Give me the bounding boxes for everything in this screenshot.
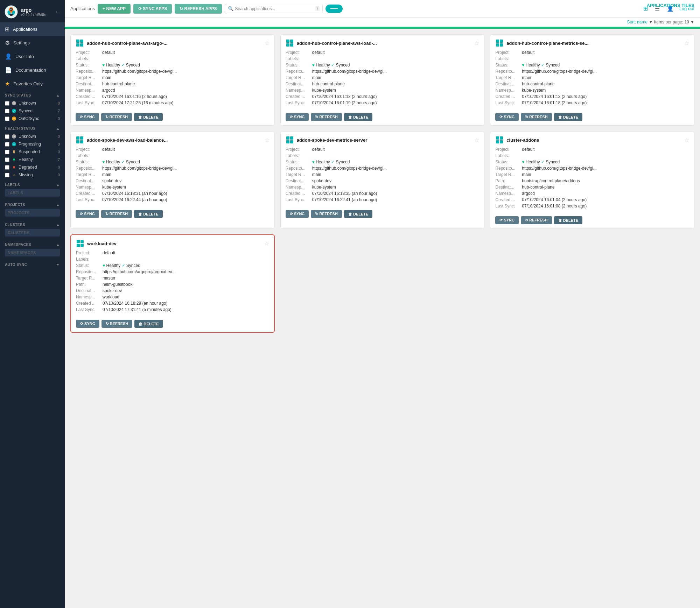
user-icon: 👤 bbox=[5, 53, 12, 60]
delete-button[interactable]: 🗑 DELETE bbox=[134, 210, 162, 218]
svg-rect-13 bbox=[290, 40, 293, 43]
star-icon[interactable]: ☆ bbox=[264, 240, 269, 247]
card-status-row: Status: ♥ Healthy ✓ Synced bbox=[76, 262, 269, 269]
star-icon[interactable]: ☆ bbox=[265, 137, 270, 143]
star-icon[interactable]: ☆ bbox=[474, 137, 479, 143]
refresh-button[interactable]: ↻ REFRESH bbox=[311, 113, 342, 121]
card-header: addon-hub-control-plane-aws-load-... ☆ bbox=[281, 35, 484, 49]
sync-apps-button[interactable]: ⟳ SYNC APPS bbox=[133, 4, 172, 14]
sync-button[interactable]: ⟳ SYNC bbox=[495, 113, 519, 121]
sync-filter-synced[interactable]: ✓ Synced 7 bbox=[5, 107, 60, 115]
labels-filter-input[interactable] bbox=[5, 189, 60, 197]
health-filter-unknown[interactable]: ? Unknown 0 bbox=[5, 133, 60, 140]
card-target-row: Target R... main bbox=[286, 75, 479, 81]
sidebar-item-userinfo[interactable]: 👤 User Info bbox=[0, 50, 65, 63]
refresh-button[interactable]: ↻ REFRESH bbox=[521, 216, 552, 224]
card-repo-label: Reposito... bbox=[495, 69, 520, 74]
refresh-button[interactable]: ↻ REFRESH bbox=[101, 113, 132, 121]
card-status-label: Status: bbox=[76, 160, 100, 164]
card-created-label: Created ... bbox=[286, 191, 310, 196]
sync-icon: ✓ bbox=[331, 160, 335, 164]
doc-icon: 📄 bbox=[5, 67, 12, 73]
card-repo-row: Reposito... https://github.com/gitops-br… bbox=[76, 68, 270, 75]
health-filter-healthy[interactable]: ♥ Healthy 7 bbox=[5, 156, 60, 163]
new-app-button[interactable]: + NEW APP bbox=[98, 4, 131, 14]
delete-button[interactable]: 🗑 DELETE bbox=[554, 113, 582, 121]
sync-filter-outofsync[interactable]: ↑ OutOfSync 0 bbox=[5, 115, 60, 122]
sync-button[interactable]: ⟳ SYNC bbox=[76, 113, 99, 121]
health-status: Healthy bbox=[526, 63, 541, 68]
svg-rect-34 bbox=[77, 244, 80, 247]
card-dest-label: Destinat... bbox=[286, 178, 310, 183]
health-filter-progressing[interactable]: ○ Progressing 0 bbox=[5, 140, 60, 148]
card-namespace-row: Namesp... kube-system bbox=[76, 184, 270, 190]
card-namespace-label: Namesp... bbox=[76, 185, 100, 190]
sync-button[interactable]: ⟳ SYNC bbox=[76, 320, 99, 328]
card-status-value: ♥ Healthy ✓ Synced bbox=[103, 263, 269, 268]
refresh-apps-button[interactable]: ↻ REFRESH APPS bbox=[175, 4, 222, 14]
sidebar-item-settings[interactable]: ⚙ Settings bbox=[0, 36, 65, 50]
refresh-button[interactable]: ↻ REFRESH bbox=[102, 320, 133, 328]
sort-name-link[interactable]: Sort: name bbox=[627, 20, 648, 24]
card-project-value: default bbox=[103, 250, 269, 255]
card-actions: ⟳ SYNC ↻ REFRESH 🗑 DELETE bbox=[71, 109, 274, 125]
sidebar-favorites[interactable]: ★ Favorites Only bbox=[0, 77, 65, 91]
card-labels-value bbox=[522, 56, 689, 61]
health-filter-degraded[interactable]: ♥ Degraded 0 bbox=[5, 163, 60, 171]
sync-status: Synced bbox=[546, 63, 560, 68]
card-project-value: default bbox=[102, 147, 270, 152]
card-body: Project: default Labels: Status: ♥ Healt… bbox=[281, 146, 484, 206]
svg-rect-32 bbox=[77, 240, 80, 243]
card-target-label: Target R... bbox=[495, 75, 520, 80]
card-target-value: master bbox=[103, 276, 269, 281]
card-namespace-row: Namesp... kube-system bbox=[286, 184, 479, 190]
refresh-button[interactable]: ↻ REFRESH bbox=[101, 210, 132, 218]
star-icon[interactable]: ☆ bbox=[265, 40, 270, 47]
card-namespace-row: Namesp... kube-system bbox=[495, 87, 689, 93]
delete-button[interactable]: 🗑 DELETE bbox=[134, 113, 162, 121]
search-input[interactable] bbox=[235, 6, 314, 11]
card-created-value: 07/10/2024 16:18:31 (an hour ago) bbox=[102, 191, 270, 196]
clusters-header: CLUSTERS ▲ bbox=[5, 223, 60, 227]
refresh-button[interactable]: ↻ REFRESH bbox=[311, 210, 342, 218]
star-icon[interactable]: ☆ bbox=[474, 40, 479, 47]
health-icon: ♥ bbox=[522, 63, 524, 68]
namespaces-filter-input[interactable] bbox=[5, 249, 60, 256]
sidebar-item-documentation[interactable]: 📄 Documentation bbox=[0, 63, 65, 77]
app-icon bbox=[495, 39, 504, 47]
sync-button[interactable]: ⟳ SYNC bbox=[286, 113, 309, 121]
sync-button[interactable]: ⟳ SYNC bbox=[286, 210, 309, 218]
sync-button[interactable]: ⟳ SYNC bbox=[495, 216, 519, 224]
card-created-row: Created ... 07/10/2024 16:01:13 (2 hours… bbox=[495, 93, 689, 100]
card-status-value: ♥ Healthy ✓ Synced bbox=[102, 160, 270, 164]
card-lastsync-label: Last Sync: bbox=[286, 100, 310, 105]
svg-rect-24 bbox=[286, 136, 289, 140]
clusters-filter-input[interactable] bbox=[5, 229, 60, 236]
back-icon[interactable]: ← bbox=[55, 9, 61, 15]
filter-button[interactable]: ━━━ bbox=[326, 5, 343, 13]
card-namespace-value: kube-system bbox=[102, 185, 270, 190]
health-filter-missing[interactable]: ⚠ Missing 0 bbox=[5, 171, 60, 179]
card-project-row: Project: default bbox=[76, 49, 270, 56]
sync-filter-unknown[interactable]: ? Unknown 0 bbox=[5, 99, 60, 107]
breadcrumb: Applications bbox=[70, 6, 95, 11]
health-filter-suspended[interactable]: ⏸ Suspended 0 bbox=[5, 148, 60, 156]
star-icon[interactable]: ☆ bbox=[684, 137, 689, 143]
card-labels-row: Labels: bbox=[76, 256, 269, 262]
sidebar-item-label: User Info bbox=[15, 54, 34, 59]
items-per-page-arrow[interactable]: ▼ bbox=[690, 20, 694, 24]
projects-section: PROJECTS ▲ bbox=[0, 200, 65, 220]
card-path-label: Path: bbox=[495, 178, 520, 183]
delete-button[interactable]: 🗑 DELETE bbox=[134, 320, 163, 328]
card-dest-label: Destinat... bbox=[495, 185, 520, 190]
refresh-button[interactable]: ↻ REFRESH bbox=[521, 113, 552, 121]
delete-button[interactable]: 🗑 DELETE bbox=[554, 216, 582, 224]
projects-filter-input[interactable] bbox=[5, 209, 60, 217]
delete-button[interactable]: 🗑 DELETE bbox=[344, 210, 372, 218]
card-target-label: Target R... bbox=[286, 75, 310, 80]
card-created-value: 07/10/2024 16:18:35 (an hour ago) bbox=[312, 191, 479, 196]
sync-button[interactable]: ⟳ SYNC bbox=[76, 210, 99, 218]
sidebar-item-applications[interactable]: ⊞ Applications bbox=[0, 22, 65, 36]
star-icon[interactable]: ☆ bbox=[684, 40, 689, 47]
delete-button[interactable]: 🗑 DELETE bbox=[344, 113, 372, 121]
